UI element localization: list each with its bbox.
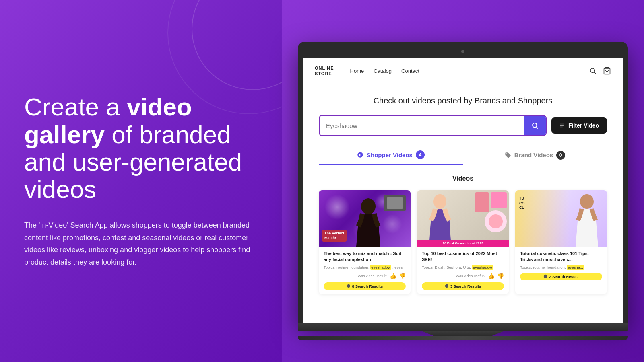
video-info-3: Tutorial cosmetic class 101 Tips, Tricks…: [515, 247, 607, 284]
svg-line-1: [594, 72, 596, 74]
video-info-2: Top 10 best cosmetics of 2022 Must SEE! …: [417, 247, 509, 294]
search-button[interactable]: [524, 116, 546, 135]
svg-point-9: [433, 194, 446, 209]
demo-panel: ONLINE STORE Home Catalog Contact: [282, 0, 644, 362]
results-badge-1: 8 Search Results: [324, 282, 406, 290]
vid2-banner: 10 Best Cosmetics of 2022: [417, 240, 509, 247]
tab-brand-badge: 0: [556, 151, 565, 160]
search-row: Filter Video: [319, 115, 607, 136]
store-logo: ONLINE STORE: [315, 65, 334, 77]
camera: [461, 50, 464, 53]
topic-highlight-2: eyeshadow: [472, 265, 493, 270]
video-card-1[interactable]: The PerfectMatch! The best way to mix an…: [319, 190, 411, 294]
store-ui: ONLINE STORE Home Catalog Contact: [303, 58, 623, 323]
tab-shopper-badge: 4: [416, 150, 425, 159]
video-grid: The PerfectMatch! The best way to mix an…: [319, 190, 607, 294]
video-thumbnail-3: TUCOCL: [515, 190, 607, 247]
search-input-wrapper: [319, 115, 547, 136]
video-actions-1: Was video useful? 👍 👎: [324, 273, 406, 279]
laptop-foot: [298, 336, 628, 340]
video-card-2[interactable]: 10 Best Cosmetics of 2022 Top 10 best co…: [417, 190, 509, 294]
laptop-screen-outer: ONLINE STORE Home Catalog Contact: [298, 42, 628, 323]
vid1-overlay-text: The PerfectMatch!: [322, 230, 347, 242]
video-title-1: The best way to mix and match - Suit any…: [324, 251, 406, 263]
hero-title: Create a videogallery of branded and use…: [24, 93, 258, 203]
nav-catalog[interactable]: Catalog: [374, 68, 392, 74]
nav-home[interactable]: Home: [350, 68, 364, 74]
tab-shopper-videos[interactable]: Shopper Videos 4: [319, 146, 463, 165]
laptop-mockup: ONLINE STORE Home Catalog Contact: [298, 42, 628, 340]
video-title-2: Top 10 best cosmetics of 2022 Must SEE!: [422, 251, 504, 263]
thumbs-down-1[interactable]: 👎: [399, 273, 406, 279]
svg-point-0: [590, 68, 595, 73]
hero-description: The 'In-Video' Search App allows shopper…: [24, 219, 258, 268]
store-icons: [589, 67, 611, 75]
tab-shopper-label: Shopper Videos: [367, 152, 413, 158]
tabs-row: Shopper Videos 4 Brand Videos 0: [319, 146, 607, 165]
videos-section-title: Videos: [319, 175, 607, 182]
laptop-screen: ONLINE STORE Home Catalog Contact: [303, 58, 623, 323]
video-thumbnail-2: 10 Best Cosmetics of 2022: [417, 190, 509, 247]
video-topics-1: Topics: routine, foundation, eyeshadow ,…: [324, 265, 406, 269]
store-header: ONLINE STORE Home Catalog Contact: [303, 58, 623, 84]
camera-bar: [303, 47, 623, 56]
thumbs-down-2[interactable]: 👎: [497, 273, 504, 279]
store-subtitle: Check out videos posted by Brands and Sh…: [319, 96, 607, 105]
laptop-base: [298, 323, 628, 331]
svg-point-8: [361, 198, 376, 214]
store-content: Check out videos posted by Brands and Sh…: [303, 84, 623, 306]
video-thumbnail-1: The PerfectMatch!: [319, 190, 411, 247]
tab-brand-videos[interactable]: Brand Videos 0: [463, 146, 607, 165]
video-info-1: The best way to mix and match - Suit any…: [319, 247, 411, 294]
svg-point-3: [533, 123, 537, 128]
search-input[interactable]: [320, 117, 524, 134]
video-topics-3: Topics: routine, foundation, eyesha...: [520, 265, 602, 269]
thumbs-up-2[interactable]: 👍: [488, 273, 495, 279]
filter-button[interactable]: Filter Video: [551, 117, 607, 134]
topic-highlight-1: eyeshadow: [370, 265, 391, 270]
video-card-3[interactable]: TUCOCL: [515, 190, 607, 294]
results-badge-2: 3 Search Results: [422, 282, 504, 290]
topic-highlight-3: eyesha...: [567, 265, 584, 270]
video-actions-2: Was video useful? 👍 👎: [422, 273, 504, 279]
svg-line-4: [536, 127, 538, 128]
search-icon[interactable]: [589, 67, 597, 75]
video-title-3: Tutorial cosmetic class 101 Tips, Tricks…: [520, 251, 602, 263]
video-topics-2: Topics: Blush, Sephora, Ulta, eyeshadow: [422, 265, 504, 269]
cart-icon[interactable]: [603, 67, 611, 75]
results-badge-3: 2 Search Resu...: [520, 273, 602, 280]
svg-point-10: [580, 194, 594, 209]
vid3-text: TUCOCL: [519, 196, 525, 210]
tab-brand-label: Brand Videos: [514, 152, 553, 158]
filter-label: Filter Video: [568, 122, 599, 129]
hero-panel: Create a videogallery of branded and use…: [0, 0, 282, 362]
nav-contact[interactable]: Contact: [401, 68, 419, 74]
store-nav: Home Catalog Contact: [350, 68, 589, 74]
thumbs-up-1[interactable]: 👍: [390, 273, 396, 279]
